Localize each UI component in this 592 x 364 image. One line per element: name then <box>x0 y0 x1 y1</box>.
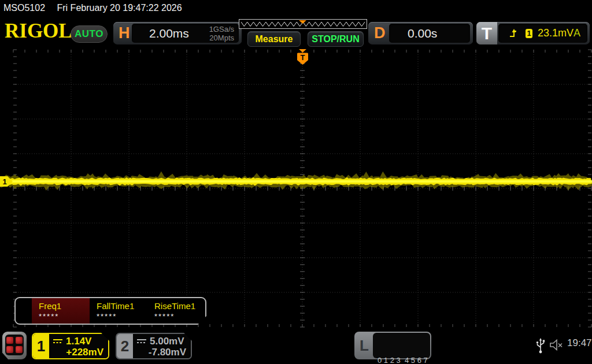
model-name: MSO5102 <box>3 3 45 13</box>
logic-label: L <box>354 332 374 359</box>
horizontal-label: H <box>119 24 130 42</box>
speaker-muted-icon <box>549 338 564 353</box>
trigger-marker-letter: T <box>301 53 305 62</box>
channel2-scale: 5.00mV <box>150 336 184 347</box>
delay-label: D <box>374 24 386 42</box>
trigger-position-marker[interactable]: T <box>294 49 312 66</box>
oscilloscope-screen: MSO5102 Fri February 20 19:47:22 2026 RI… <box>0 0 592 364</box>
channel1-marker-number: 1 <box>2 177 6 186</box>
dc-coupling-icon <box>53 339 63 344</box>
acquisition-mode-badge[interactable]: AUTO <box>71 25 108 43</box>
usb-icon <box>535 337 546 355</box>
measure-button[interactable]: Measure <box>247 31 301 47</box>
measurement-value: ***** <box>97 312 147 321</box>
timebase-value: 2.00ms <box>132 27 189 40</box>
measurement-risetime1[interactable]: RiseTime1 ***** <box>147 298 205 324</box>
trigger-level: 23.1mV <box>538 27 574 39</box>
measurement-value: ***** <box>154 312 205 321</box>
red-square-icon <box>16 346 23 353</box>
channel1-scale: 1.14V <box>66 336 91 347</box>
measurement-name: FallTime1 <box>97 301 147 311</box>
measurement-value: ***** <box>39 312 90 321</box>
measurement-falltime1[interactable]: FallTime1 ***** <box>90 298 147 324</box>
delay-value: 0.00s <box>389 27 437 40</box>
channel2-offset: -7.80mV <box>136 347 186 358</box>
sample-rate: 1GSa/s <box>209 25 234 34</box>
grid-and-waveform <box>0 49 592 328</box>
dc-coupling-icon <box>136 339 147 344</box>
rigol-logo: RIGOL <box>5 20 72 43</box>
preview-zigzag-icon <box>239 20 367 28</box>
red-square-icon <box>6 337 13 344</box>
graticule: T 1 Freq1 ***** FallTime1 ***** RiseTime… <box>0 49 592 328</box>
red-square-icon <box>6 346 13 353</box>
red-square-icon <box>16 337 23 344</box>
trigger-panel[interactable]: T 1 23.1mV A <box>476 22 590 44</box>
header-bar: RIGOL AUTO H 2.00ms 1GSa/s 20Mpts Measur… <box>0 16 592 49</box>
channel1-number: 1 <box>33 334 49 358</box>
bottom-bar: 1 1.14V +228mV 2 <box>0 328 592 364</box>
measurement-name: RiseTime1 <box>154 301 205 311</box>
channel2-number: 2 <box>117 334 133 358</box>
acquisition-rates: 1GSa/s 20Mpts <box>209 25 239 42</box>
clock-time: 19:47 <box>567 337 592 349</box>
delay-panel[interactable]: D 0.00s <box>368 22 473 44</box>
windows-grid-icon[interactable] <box>2 332 27 359</box>
horizontal-panel[interactable]: H 2.00ms 1GSa/s 20Mpts <box>113 22 242 44</box>
waveform-preview[interactable] <box>239 19 367 29</box>
logic-channels-badge[interactable]: L 0 1 2 3 4 5 6 7 8 9 10 11 12 13 14 15 <box>354 332 431 359</box>
trigger-coupling: A <box>574 27 587 39</box>
trigger-source-badge: 1 <box>526 29 532 38</box>
channel1-badge[interactable]: 1 1.14V +228mV <box>32 333 109 359</box>
logic-row1: 0 1 2 3 4 5 6 7 <box>378 355 430 364</box>
memory-depth: 20Mpts <box>209 34 234 42</box>
measurements-panel[interactable]: Freq1 ***** FallTime1 ***** RiseTime1 **… <box>14 297 206 325</box>
channel2-badge[interactable]: 2 5.00mV -7.80mV <box>116 333 192 359</box>
measurement-freq1[interactable]: Freq1 ***** <box>32 298 90 324</box>
stop-run-button[interactable]: STOP/RUN <box>308 31 364 47</box>
rising-edge-icon <box>509 28 516 39</box>
status-datetime: Fri February 20 19:47:22 2026 <box>57 3 182 13</box>
trigger-label: T <box>476 22 497 44</box>
measurement-name: Freq1 <box>39 301 90 311</box>
channel1-position-marker[interactable]: 1 <box>0 176 14 187</box>
channel1-offset: +228mV <box>53 347 103 358</box>
status-bar: MSO5102 Fri February 20 19:47:22 2026 <box>0 0 592 16</box>
